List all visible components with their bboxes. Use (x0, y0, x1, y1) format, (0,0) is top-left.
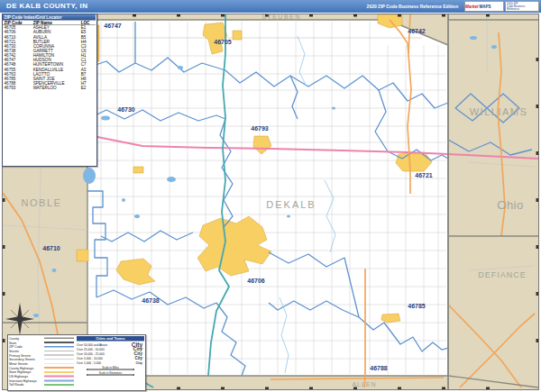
legend-line-sample (44, 359, 74, 360)
lake (167, 177, 176, 182)
zip-code-label: 46706 (247, 278, 265, 284)
legend-label: Interstate Highways (9, 379, 44, 383)
legend-city-range: Over 25,000 - 50,000 (77, 347, 105, 351)
grid-tick (442, 387, 445, 390)
zip-code-label: 46742 (408, 28, 426, 34)
zip-code-label: 46738 (142, 297, 160, 304)
legend-label: County Highways (9, 366, 44, 369)
legend-label: Secondary Streets (9, 358, 44, 361)
zip-code-label: 46730 (117, 106, 135, 113)
grid-tick (309, 14, 313, 17)
lake (178, 66, 183, 69)
county-highway (364, 269, 365, 387)
county-name-label: ALLEN (352, 381, 376, 387)
zip-index-header-row: ZIP CodeZIP NameLOC (3, 21, 96, 25)
city-area (77, 250, 88, 261)
legend-city-classes: Over 50,000 and AboveCityOver 25,000 - 5… (77, 342, 144, 365)
grid-tick (442, 14, 445, 17)
grid-tick (486, 14, 490, 17)
grid-tick (3, 198, 5, 202)
city-area (381, 314, 400, 323)
grid-tick (309, 387, 313, 390)
page-title: DE KALB COUNTY, IN (6, 2, 87, 10)
county-name-label: DEFIANCE (478, 270, 527, 279)
grid-tick (398, 14, 401, 17)
county-name-label: STEUBEN (261, 14, 301, 20)
city-area (396, 152, 432, 171)
legend-line-sample (44, 351, 74, 351)
grid-tick (353, 14, 357, 17)
grid-tick (398, 387, 401, 390)
brand-name-top: Market (465, 5, 479, 9)
grid-tick (536, 58, 539, 61)
brand-name-bottom: MAPS (480, 5, 491, 9)
grid-tick (486, 387, 490, 390)
legend-city-range: Over 1,000 - 5,000 (77, 360, 101, 364)
brand-logo: MarketMAPS (464, 1, 504, 12)
county-name-label: NOBLE (22, 197, 62, 208)
county-name-label: DEKALB (266, 199, 316, 210)
grid-tick (221, 387, 225, 390)
lake (287, 215, 290, 218)
map-legend: CountyStateZIP CodeStreetsPrimary Street… (7, 334, 146, 391)
lake (491, 45, 497, 49)
zip-index-row: 46793WATERLOOE2 (3, 86, 96, 90)
legend-line-row: Toll Roads (9, 383, 77, 387)
legend-scale-bars: Scale in MilesScale in Kilometers (77, 365, 144, 376)
zip-index-cell: 46793 (3, 86, 32, 90)
legend-line-sample (44, 342, 74, 343)
zip-index-table: ZIP Code Index/Grid Locator ZIP CodeZIP … (2, 14, 97, 167)
grid-tick (133, 14, 136, 17)
grid-tick (3, 339, 5, 342)
legend-line-sample (44, 379, 74, 381)
city-area (233, 31, 242, 40)
legend-label: Streets (9, 350, 44, 353)
grid-tick (177, 387, 180, 390)
legend-label: County (9, 337, 44, 341)
legend-label: US Highways (9, 375, 44, 378)
legend-line-sample (44, 384, 74, 386)
zip-index-cell: E2 (79, 86, 96, 90)
grid-tick (265, 387, 269, 390)
zip-code-label: 46785 (408, 303, 426, 309)
legend-line-samples: CountyStateZIP CodeStreetsPrimary Street… (9, 336, 77, 389)
lake (83, 168, 96, 184)
legend-label: Minor Streets (9, 362, 44, 366)
grid-tick (3, 292, 5, 296)
county-name-label: Ohio (497, 198, 523, 212)
legend-line-sample (44, 367, 74, 369)
scale-bar-line (87, 369, 134, 370)
zip-code-label: 46710 (42, 245, 60, 251)
grid-tick (3, 245, 5, 249)
edition-label: 2020 ZIP Code Business Reference Edition (366, 5, 458, 10)
legend-line-sample (44, 371, 74, 373)
legend-city-range: Over 5,000 - 10,000 (77, 356, 103, 360)
lake (134, 214, 140, 218)
lake (470, 36, 477, 40)
grid-tick (536, 151, 539, 155)
grid-tick (177, 14, 180, 17)
lake (52, 269, 57, 272)
zip-index-cell: WATERLOO (32, 86, 79, 90)
legend-label: State (9, 341, 44, 344)
title-bar: DE KALB COUNTY, IN 2020 ZIP Code Busines… (0, 0, 541, 13)
city-area (133, 167, 143, 173)
scale-bar-line (87, 375, 134, 376)
lake (101, 116, 110, 121)
scale-bar: Scale in Kilometers (77, 371, 144, 376)
legend-line-sample (44, 355, 74, 356)
zip-code-label: 46705 (214, 39, 232, 45)
legend-line-sample (44, 363, 74, 364)
grid-tick (536, 105, 539, 108)
zip-code-label: 46721 (415, 172, 433, 178)
scale-bar: Scale in Miles (77, 366, 144, 370)
legend-line-sample (44, 338, 74, 340)
publisher-logo: MarketMAPS 2020 ZIP Code Business Refere… (464, 1, 539, 12)
map-page: STEUBENWILLIAMSOhioDEFIANCENOBLEDEKALBAL… (0, 0, 541, 392)
legend-label: Primary Streets (9, 353, 44, 357)
grid-tick (536, 198, 539, 202)
grid-tick (221, 14, 225, 17)
legend-line-sample (44, 376, 74, 378)
county-name-label: WILLIAMS (470, 106, 528, 117)
badge-line: Reference (506, 8, 538, 11)
